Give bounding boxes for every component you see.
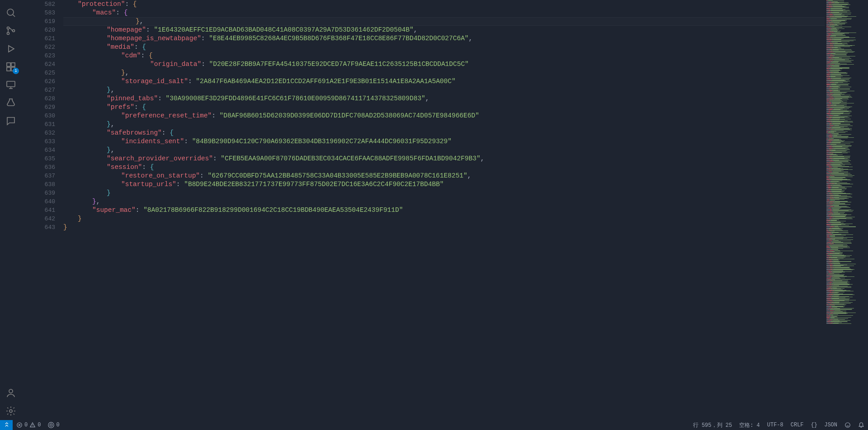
code-line[interactable]: "homepage": "1E64320AEFFC1ED9ACBAD63BAD0… <box>63 26 825 34</box>
testing-icon[interactable] <box>0 94 22 112</box>
code-line[interactable]: "homepage_is_newtabpage": "E8E44EB9985C8… <box>63 34 825 43</box>
svg-rect-6 <box>7 63 10 66</box>
svg-point-22 <box>845 423 850 428</box>
line-number: 643 <box>22 223 55 232</box>
svg-rect-9 <box>11 63 15 66</box>
code-line[interactable]: "search_provider_overrides": "CFEB5EAA9A… <box>63 154 825 163</box>
code-line[interactable]: }, <box>63 146 825 154</box>
search-icon[interactable] <box>0 4 22 22</box>
svg-point-21 <box>50 424 52 426</box>
line-number: 640 <box>22 197 55 206</box>
ports-count: 0 <box>56 422 59 428</box>
line-number: 623 <box>22 51 55 60</box>
line-number: 637 <box>22 172 55 180</box>
line-number: 632 <box>22 129 55 137</box>
svg-point-15 <box>9 410 12 412</box>
line-number: 628 <box>22 94 55 103</box>
code-line[interactable]: "cdm": { <box>63 51 825 60</box>
svg-rect-7 <box>7 67 10 71</box>
line-number: 624 <box>22 60 55 69</box>
code-line[interactable]: }, <box>63 69 825 77</box>
code-line[interactable]: "session": { <box>63 163 825 172</box>
code-line[interactable]: "macs": { <box>63 9 825 17</box>
current-line-highlight <box>63 17 825 26</box>
indentation-status[interactable]: 空格: 4 <box>736 420 764 430</box>
problems-status[interactable]: 0 0 <box>13 420 44 430</box>
cursor-position[interactable]: 行 595，列 25 <box>689 420 736 430</box>
code-line[interactable]: "pinned_tabs": "30A99008EF3D29FDD4896E41… <box>63 94 825 103</box>
line-number: 582 <box>22 0 55 9</box>
line-number: 583 <box>22 9 55 17</box>
remote-indicator[interactable] <box>0 420 13 430</box>
line-number: 622 <box>22 43 55 51</box>
minimap-content <box>826 0 866 324</box>
svg-point-2 <box>7 27 9 29</box>
ports-status[interactable]: 0 <box>44 420 63 430</box>
code-line[interactable]: "safebrowsing": { <box>63 129 825 137</box>
svg-line-1 <box>13 14 15 17</box>
line-number: 630 <box>22 112 55 120</box>
run-debug-icon[interactable] <box>0 40 22 58</box>
svg-point-0 <box>7 9 14 15</box>
svg-rect-10 <box>7 81 15 87</box>
line-number: 639 <box>22 189 55 197</box>
source-control-icon[interactable] <box>0 22 22 40</box>
svg-point-3 <box>7 33 9 35</box>
code-line[interactable]: "media": { <box>63 43 825 51</box>
line-number: 638 <box>22 180 55 189</box>
code-line[interactable]: "storage_id_salt": "2A847F6AB469A4EA2D12… <box>63 77 825 86</box>
code-line[interactable]: }, <box>63 197 825 206</box>
remote-explorer-icon[interactable] <box>0 76 22 94</box>
code-line[interactable]: "origin_data": "D20E28F2BB9A7FEFA4541037… <box>63 60 825 69</box>
code-line[interactable]: } <box>63 189 825 197</box>
code-line[interactable]: "super_mac": "8A02178B6966F822B918299D00… <box>63 206 825 215</box>
main-container: 1 58258361962062162262362462562662762862… <box>0 0 868 420</box>
language-mode[interactable]: {} JSON <box>807 420 841 430</box>
svg-point-14 <box>9 389 13 393</box>
line-number: 635 <box>22 154 55 163</box>
encoding-status[interactable]: UTF-8 <box>764 420 787 430</box>
line-number: 619 <box>22 17 55 26</box>
line-number: 626 <box>22 77 55 86</box>
eol-status[interactable]: CRLF <box>787 420 807 430</box>
accounts-icon[interactable] <box>0 384 22 402</box>
code-content[interactable]: "protection": {"macs": {},"homepage": "1… <box>63 0 825 420</box>
extensions-icon[interactable]: 1 <box>0 58 22 76</box>
line-number: 636 <box>22 163 55 172</box>
svg-point-4 <box>13 30 15 32</box>
line-number: 625 <box>22 69 55 77</box>
line-number: 641 <box>22 206 55 215</box>
settings-gear-icon[interactable] <box>0 402 22 420</box>
line-number: 634 <box>22 146 55 154</box>
code-line[interactable]: "startup_urls": "B8D9E24BDE2EB8321771737… <box>63 180 825 189</box>
code-line[interactable]: "prefs": { <box>63 103 825 112</box>
warning-count: 0 <box>38 422 41 428</box>
error-count: 0 <box>24 422 28 428</box>
status-bar: 0 0 0 行 595，列 25 空格: 4 UTF-8 CRLF {} JSO… <box>0 420 868 430</box>
notifications-icon[interactable] <box>854 420 868 430</box>
activity-bar: 1 <box>0 0 22 420</box>
code-line[interactable]: "incidents_sent": "84B9B290D94C120C790A6… <box>63 137 825 146</box>
code-line[interactable]: }, <box>63 120 825 129</box>
line-number: 621 <box>22 34 55 43</box>
code-line[interactable]: "restore_on_startup": "62679CC0DBFD75AA1… <box>63 172 825 180</box>
code-line[interactable]: } <box>63 215 825 223</box>
svg-marker-5 <box>9 46 14 52</box>
code-line[interactable]: } <box>63 223 825 232</box>
editor-area[interactable]: 5825836196206216226236246256266276286296… <box>22 0 868 420</box>
line-number: 629 <box>22 103 55 112</box>
comments-icon[interactable] <box>0 112 22 130</box>
line-number: 620 <box>22 26 55 34</box>
minimap[interactable] <box>825 0 868 420</box>
code-line[interactable]: "preference_reset_time": "D8AF96B6015D62… <box>63 112 825 120</box>
extensions-badge: 1 <box>13 68 19 74</box>
feedback-icon[interactable] <box>841 420 854 430</box>
line-number: 631 <box>22 120 55 129</box>
line-number-gutter: 5825836196206216226236246256266276286296… <box>22 0 63 420</box>
line-number: 627 <box>22 86 55 94</box>
line-number: 633 <box>22 137 55 146</box>
code-line[interactable]: }, <box>63 86 825 94</box>
line-number: 642 <box>22 215 55 223</box>
code-line[interactable]: "protection": { <box>63 0 825 9</box>
